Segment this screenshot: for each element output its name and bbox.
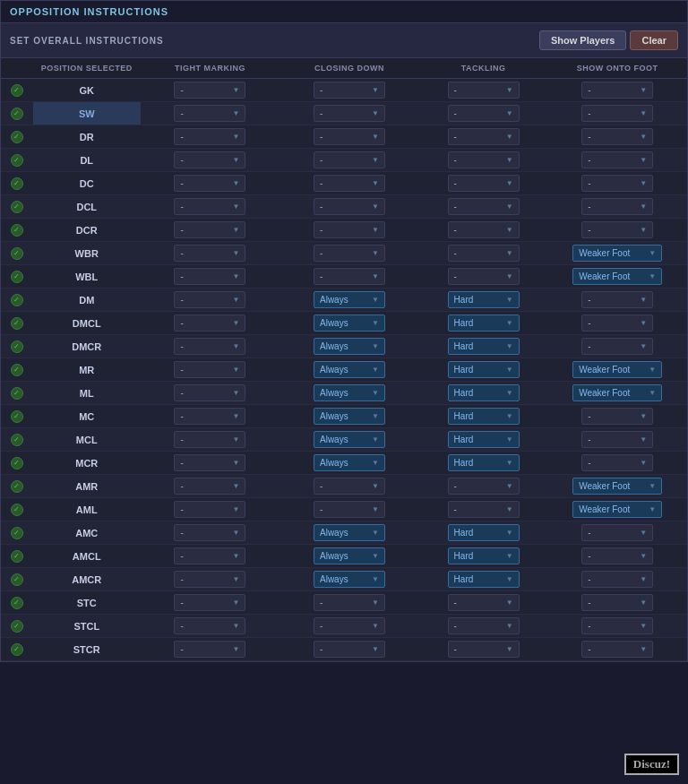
position-cell[interactable]: STCL	[33, 615, 141, 638]
position-cell[interactable]: DL	[33, 149, 141, 172]
show-onto-foot-dropdown[interactable]: Weaker Foot▼	[572, 361, 662, 378]
tight-marking-dropdown[interactable]: -▼	[174, 617, 245, 634]
closing-down-dropdown[interactable]: -▼	[314, 82, 385, 99]
tackling-dropdown[interactable]: Hard▼	[448, 547, 520, 564]
closing-down-dropdown[interactable]: Always▼	[314, 384, 385, 401]
show-onto-foot-dropdown[interactable]: -▼	[581, 221, 653, 238]
tight-marking-dropdown[interactable]: -▼	[174, 547, 245, 564]
closing-down-dropdown[interactable]: -▼	[314, 128, 385, 145]
tight-marking-dropdown[interactable]: -▼	[174, 384, 245, 401]
tackling-dropdown[interactable]: -▼	[448, 151, 520, 168]
show-onto-foot-dropdown[interactable]: -▼	[581, 82, 653, 99]
tight-marking-dropdown[interactable]: -▼	[174, 314, 245, 332]
show-onto-foot-dropdown[interactable]: Weaker Foot▼	[572, 501, 662, 518]
show-onto-foot-dropdown[interactable]: -▼	[581, 641, 653, 658]
position-cell[interactable]: DCL	[33, 195, 141, 219]
closing-down-dropdown[interactable]: Always▼	[314, 547, 385, 564]
tackling-dropdown[interactable]: Hard▼	[448, 384, 520, 401]
closing-down-dropdown[interactable]: -▼	[314, 245, 385, 262]
show-onto-foot-dropdown[interactable]: -▼	[581, 547, 653, 564]
tight-marking-dropdown[interactable]: -▼	[174, 105, 245, 122]
position-cell[interactable]: AMC	[33, 521, 141, 545]
tackling-dropdown[interactable]: -▼	[448, 82, 520, 99]
tackling-dropdown[interactable]: -▼	[448, 594, 520, 611]
position-cell[interactable]: SW	[33, 102, 141, 125]
show-onto-foot-dropdown[interactable]: -▼	[581, 431, 653, 448]
closing-down-dropdown[interactable]: Always▼	[314, 291, 385, 308]
show-onto-foot-dropdown[interactable]: Weaker Foot▼	[572, 245, 662, 262]
closing-down-dropdown[interactable]: -▼	[314, 198, 385, 215]
tight-marking-dropdown[interactable]: -▼	[174, 571, 245, 588]
position-cell[interactable]: DC	[33, 172, 141, 195]
position-cell[interactable]: MCL	[33, 428, 141, 452]
position-cell[interactable]: ML	[33, 382, 141, 405]
show-onto-foot-dropdown[interactable]: Weaker Foot▼	[572, 268, 662, 285]
closing-down-dropdown[interactable]: Always▼	[314, 454, 385, 471]
tackling-dropdown[interactable]: Hard▼	[448, 361, 520, 378]
closing-down-dropdown[interactable]: -▼	[314, 501, 385, 518]
position-cell[interactable]: STCR	[33, 638, 141, 661]
position-cell[interactable]: MC	[33, 405, 141, 428]
tight-marking-dropdown[interactable]: -▼	[174, 338, 245, 355]
position-cell[interactable]: STC	[33, 591, 141, 615]
closing-down-dropdown[interactable]: -▼	[314, 268, 385, 285]
show-onto-foot-dropdown[interactable]: -▼	[581, 128, 653, 145]
tackling-dropdown[interactable]: -▼	[448, 268, 520, 285]
show-onto-foot-dropdown[interactable]: -▼	[581, 408, 653, 425]
tight-marking-dropdown[interactable]: -▼	[174, 454, 245, 471]
position-cell[interactable]: MCR	[33, 452, 141, 475]
tight-marking-dropdown[interactable]: -▼	[174, 478, 245, 495]
tight-marking-dropdown[interactable]: -▼	[174, 524, 245, 541]
tackling-dropdown[interactable]: Hard▼	[448, 291, 520, 308]
show-onto-foot-dropdown[interactable]: Weaker Foot▼	[572, 478, 662, 495]
closing-down-dropdown[interactable]: -▼	[314, 641, 385, 658]
closing-down-dropdown[interactable]: -▼	[314, 151, 385, 168]
position-cell[interactable]: DMCL	[33, 312, 141, 335]
tight-marking-dropdown[interactable]: -▼	[174, 641, 245, 658]
tackling-dropdown[interactable]: -▼	[448, 617, 520, 634]
tight-marking-dropdown[interactable]: -▼	[174, 151, 245, 168]
position-cell[interactable]: MR	[33, 358, 141, 382]
closing-down-dropdown[interactable]: Always▼	[314, 431, 385, 448]
show-onto-foot-dropdown[interactable]: -▼	[581, 151, 653, 168]
closing-down-dropdown[interactable]: Always▼	[314, 524, 385, 541]
show-onto-foot-dropdown[interactable]: -▼	[581, 198, 653, 215]
show-onto-foot-dropdown[interactable]: -▼	[581, 617, 653, 634]
tight-marking-dropdown[interactable]: -▼	[174, 82, 245, 99]
show-onto-foot-dropdown[interactable]: -▼	[581, 291, 653, 308]
tight-marking-dropdown[interactable]: -▼	[174, 501, 245, 518]
closing-down-dropdown[interactable]: -▼	[314, 105, 385, 122]
tackling-dropdown[interactable]: -▼	[448, 478, 520, 495]
tackling-dropdown[interactable]: Hard▼	[448, 454, 520, 471]
position-cell[interactable]: GK	[33, 79, 141, 102]
tackling-dropdown[interactable]: Hard▼	[448, 408, 520, 425]
show-onto-foot-dropdown[interactable]: -▼	[581, 105, 653, 122]
tackling-dropdown[interactable]: Hard▼	[448, 524, 520, 541]
show-onto-foot-dropdown[interactable]: -▼	[581, 314, 653, 332]
position-cell[interactable]: AMCR	[33, 568, 141, 591]
tackling-dropdown[interactable]: Hard▼	[448, 314, 520, 332]
position-cell[interactable]: WBL	[33, 265, 141, 289]
closing-down-dropdown[interactable]: Always▼	[314, 571, 385, 588]
closing-down-dropdown[interactable]: -▼	[314, 221, 385, 238]
closing-down-dropdown[interactable]: Always▼	[314, 314, 385, 332]
tight-marking-dropdown[interactable]: -▼	[174, 408, 245, 425]
tackling-dropdown[interactable]: Hard▼	[448, 571, 520, 588]
show-onto-foot-dropdown[interactable]: -▼	[581, 594, 653, 611]
closing-down-dropdown[interactable]: -▼	[314, 478, 385, 495]
show-onto-foot-dropdown[interactable]: -▼	[581, 524, 653, 541]
tight-marking-dropdown[interactable]: -▼	[174, 198, 245, 215]
tackling-dropdown[interactable]: -▼	[448, 501, 520, 518]
position-cell[interactable]: AMCL	[33, 545, 141, 568]
tackling-dropdown[interactable]: -▼	[448, 128, 520, 145]
tackling-dropdown[interactable]: -▼	[448, 105, 520, 122]
tight-marking-dropdown[interactable]: -▼	[174, 291, 245, 308]
show-onto-foot-dropdown[interactable]: -▼	[581, 338, 653, 355]
tight-marking-dropdown[interactable]: -▼	[174, 361, 245, 378]
tight-marking-dropdown[interactable]: -▼	[174, 431, 245, 448]
position-cell[interactable]: AML	[33, 498, 141, 521]
show-onto-foot-dropdown[interactable]: Weaker Foot▼	[572, 384, 662, 401]
position-cell[interactable]: DMCR	[33, 335, 141, 358]
tight-marking-dropdown[interactable]: -▼	[174, 175, 245, 192]
show-onto-foot-dropdown[interactable]: -▼	[581, 571, 653, 588]
